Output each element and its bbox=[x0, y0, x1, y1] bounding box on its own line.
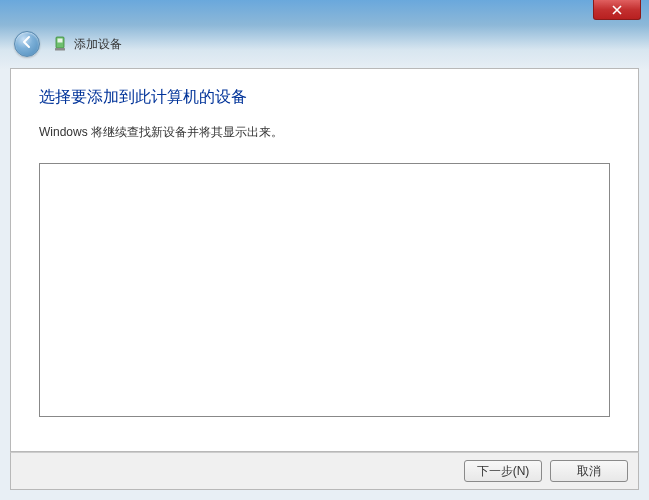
page-subtext: Windows 将继续查找新设备并将其显示出来。 bbox=[39, 124, 610, 141]
page-heading: 选择要添加到此计算机的设备 bbox=[39, 87, 610, 108]
next-button[interactable]: 下一步(N) bbox=[464, 460, 542, 482]
svg-rect-2 bbox=[55, 48, 65, 51]
cancel-button[interactable]: 取消 bbox=[550, 460, 628, 482]
close-icon bbox=[612, 1, 622, 19]
close-button[interactable] bbox=[593, 0, 641, 20]
device-icon bbox=[52, 36, 68, 52]
content-panel: 选择要添加到此计算机的设备 Windows 将继续查找新设备并将其显示出来。 bbox=[10, 68, 639, 452]
add-device-wizard-window: 添加设备 选择要添加到此计算机的设备 Windows 将继续查找新设备并将其显示… bbox=[0, 0, 649, 500]
svg-rect-1 bbox=[58, 39, 63, 43]
back-button[interactable] bbox=[14, 31, 40, 57]
button-bar: 下一步(N) 取消 bbox=[10, 452, 639, 490]
device-list-box[interactable] bbox=[39, 163, 610, 417]
header-title-group: 添加设备 bbox=[52, 36, 122, 53]
back-arrow-icon bbox=[20, 35, 34, 53]
wizard-header: 添加设备 bbox=[0, 24, 649, 64]
wizard-title: 添加设备 bbox=[74, 36, 122, 53]
